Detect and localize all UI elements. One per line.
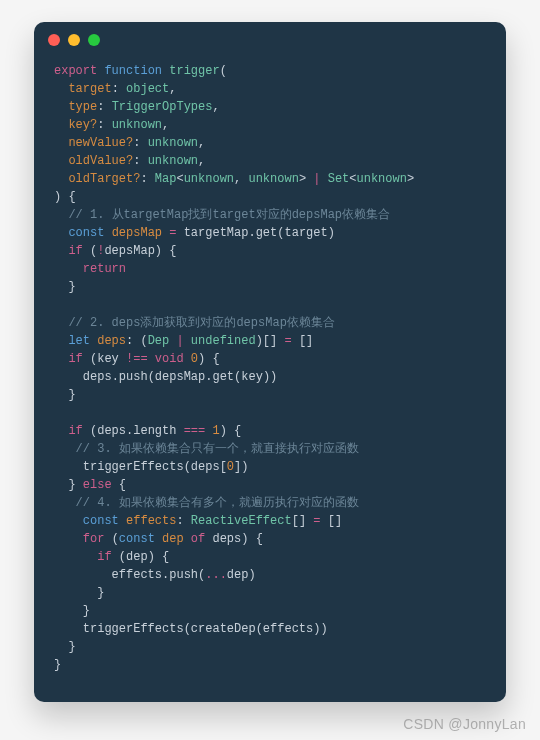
type-dep: Dep xyxy=(148,334,170,348)
var-deps: deps xyxy=(97,334,126,348)
traffic-light-close-icon[interactable] xyxy=(48,34,60,46)
param-oldtarget: oldTarget? xyxy=(68,172,140,186)
kw-const: const xyxy=(68,226,104,240)
fn-body-open: ) { xyxy=(54,190,76,204)
comment-2: // 2. deps添加获取到对应的depsMap依赖集合 xyxy=(68,316,334,330)
param-target: target xyxy=(68,82,111,96)
call-createdep: createDep xyxy=(191,622,256,636)
param-key: key? xyxy=(68,118,97,132)
param-type: type xyxy=(68,100,97,114)
kw-export: export xyxy=(54,64,97,78)
param-newvalue: newValue? xyxy=(68,136,133,150)
comment-4: // 4. 如果依赖集合有多个，就遍历执行对应的函数 xyxy=(76,496,359,510)
kw-else: else xyxy=(83,478,112,492)
kw-return: return xyxy=(83,262,126,276)
code-block: export function trigger( target: object,… xyxy=(34,52,506,694)
code-window: export function trigger( target: object,… xyxy=(34,22,506,702)
param-oldvalue: oldValue? xyxy=(68,154,133,168)
type-undefined: undefined xyxy=(191,334,256,348)
window-titlebar xyxy=(34,22,506,52)
type-unknown: unknown xyxy=(112,118,162,132)
var-effects: effects xyxy=(126,514,176,528)
comment-1: // 1. 从targetMap找到target对应的depsMap依赖集合 xyxy=(68,208,390,222)
type-map: Map xyxy=(155,172,177,186)
comment-3: // 3. 如果依赖集合只有一个，就直接执行对应函数 xyxy=(76,442,359,456)
type-reactiveeffect: ReactiveEffect xyxy=(191,514,292,528)
type-triggeroptypes: TriggerOpTypes xyxy=(112,100,213,114)
traffic-light-minimize-icon[interactable] xyxy=(68,34,80,46)
kw-let: let xyxy=(68,334,90,348)
paren-open: ( xyxy=(220,64,227,78)
kw-function: function xyxy=(104,64,162,78)
type-set: Set xyxy=(328,172,350,186)
kw-if: if xyxy=(68,244,82,258)
type-object: object xyxy=(126,82,169,96)
traffic-light-zoom-icon[interactable] xyxy=(88,34,100,46)
fn-name: trigger xyxy=(169,64,219,78)
watermark: CSDN @JonnyLan xyxy=(403,716,526,732)
call-triggereffects: triggerEffects xyxy=(83,460,184,474)
kw-for: for xyxy=(83,532,105,546)
var-depsmap: depsMap xyxy=(112,226,162,240)
call-triggereffects-2: triggerEffects xyxy=(83,622,184,636)
fn-body-close: } xyxy=(54,658,61,672)
